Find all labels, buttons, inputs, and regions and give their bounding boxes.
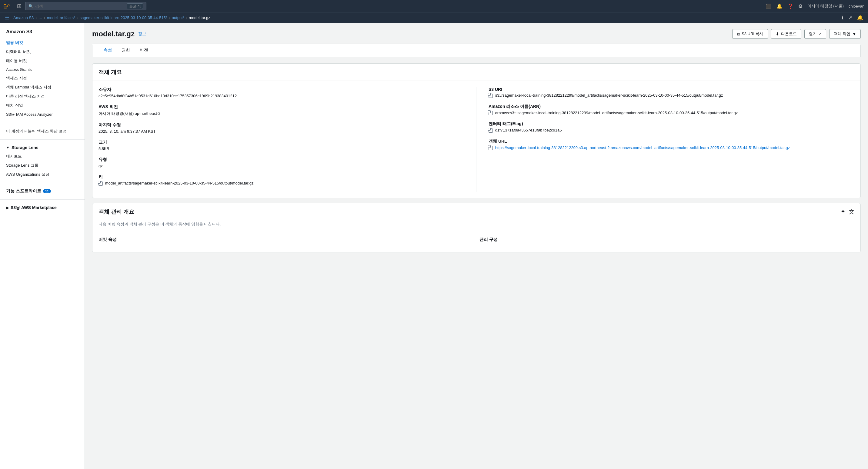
sidebar-storage-lens-groups[interactable]: Storage Lens 그룹 [0, 161, 85, 170]
sidebar-marketplace-header[interactable]: ▶ S3용 AWS Marketplace [0, 203, 85, 212]
object-management-title: 객체 관리 개요 [98, 208, 134, 215]
bucket-properties-section: 버킷 속성 [98, 237, 473, 246]
management-config-section: 관리 구성 [479, 237, 855, 246]
key-value: model_artifacts/sagemaker-scikit-learn-2… [98, 181, 464, 186]
sidebar-divider-4 [0, 199, 85, 200]
sidebar-marketplace-label: S3용 AWS Marketplace [10, 205, 57, 211]
page-header-actions: ⧉ S3 URI 복사 ⬇ 다운로드 열기 ↗ 객체 작업 ▼ [732, 29, 861, 39]
external-open-icon: ↗ [818, 32, 822, 36]
tab-permissions[interactable]: 권한 [117, 44, 135, 57]
search-bar[interactable]: 🔍 [옵션+S] [25, 2, 146, 10]
help-icon[interactable]: ❓ [787, 3, 794, 9]
sidebar-item-table-bucket[interactable]: 테이블 버킷 [0, 56, 85, 65]
open-button[interactable]: 열기 ↗ [804, 29, 826, 39]
region-label: AWS 리전 [98, 104, 464, 110]
sidebar-item-access-grants[interactable]: Access Grants [0, 65, 85, 74]
grid-menu-icon[interactable]: ⊞ [17, 3, 22, 9]
sidebar-item-lambda-access[interactable]: 객체 Lambda 액세스 지점 [0, 83, 85, 92]
expand-icon[interactable]: ✦ [841, 208, 845, 215]
copy-icon: ⧉ [737, 32, 740, 37]
sidebar-toggle-icon[interactable]: ☰ [5, 15, 9, 21]
last-modified-value: 2025. 3. 10. am 9:37:37 AM KST [98, 129, 464, 134]
search-shortcut: [옵션+S] [127, 3, 143, 9]
arn-field: Amazon 리소스 이름(ARN) arn:aws:s3:::sagemake… [489, 104, 855, 116]
object-url-label: 객체 URL [489, 139, 855, 144]
tab-properties[interactable]: 속성 [98, 44, 117, 57]
tabs: 속성 권한 버전 [92, 44, 861, 57]
sidebar-aws-org-settings[interactable]: AWS Organizations 설정 [0, 170, 85, 179]
etag-label: 엔터티 태그(Etag) [489, 121, 855, 127]
type-value: gz [98, 164, 464, 168]
overview-right: S3 URI s3://sagemaker-local-training-381… [476, 87, 855, 192]
breadcrumb-model-artifacts[interactable]: model_artifacts/ [47, 15, 75, 20]
object-overview-header: 객체 개요 [92, 64, 861, 81]
s3-uri-field: S3 URI s3://sagemaker-local-training-381… [489, 87, 855, 98]
overview-grid: 소유자 c2c5e954dbd8f34b51e9531d610bd10d310c… [98, 87, 855, 192]
object-management-end-icons: ✦ 文 [841, 208, 855, 215]
translate-icon[interactable]: 文 [849, 208, 855, 215]
etag-value: d1f71371af0a43657e13f9b7be2c91a5 [489, 128, 855, 133]
arn-value: arn:aws:s3:::sagemaker-local-training-38… [489, 111, 855, 116]
notifications-icon[interactable]: 🔔 [857, 15, 863, 21]
object-url-value: https://sagemaker-local-training-3812822… [489, 146, 855, 150]
breadcrumb-amazon-s3[interactable]: Amazon S3 [13, 15, 34, 20]
search-input[interactable] [35, 4, 127, 8]
breadcrumb-sagemaker[interactable]: sagemaker-scikit-learn-2025-03-10-00-35-… [80, 15, 167, 20]
settings-icon[interactable]: ⚙ [798, 3, 803, 9]
feature-spotlight-label: 기능 스포트라이트 [6, 188, 41, 194]
size-value: 5.8KB [98, 146, 464, 151]
sidebar-item-general-bucket[interactable]: 범용 버킷 [0, 38, 85, 47]
s3-uri-label: S3 URI [489, 87, 855, 92]
region-value: 아시아 태평양(서울) ap-northeast-2 [98, 111, 464, 116]
management-config-title: 관리 구성 [479, 237, 855, 242]
download-icon: ⬇ [776, 32, 779, 36]
feature-spotlight-badge: 11 [43, 189, 51, 193]
sidebar-dashboard[interactable]: 대시보드 [0, 152, 85, 161]
sidebar-feature-spotlight[interactable]: 기능 스포트라이트 11 [0, 187, 85, 196]
download-button[interactable]: ⬇ 다운로드 [771, 29, 801, 39]
breadcrumb-output[interactable]: output/ [172, 15, 184, 20]
user-menu[interactable]: chloevan [848, 4, 864, 8]
sidebar-divider-2 [0, 139, 85, 140]
bell-icon[interactable]: 🔔 [776, 3, 782, 9]
object-overview-card: 객체 개요 소유자 c2c5e954dbd8f34b51e9531d610bd1… [92, 63, 861, 198]
etag-field: 엔터티 태그(Etag) d1f71371af0a43657e13f9b7be2… [489, 121, 855, 133]
object-management-subtitle: 다음 버킷 속성과 객체 관리 구성은 이 객체의 동작에 영향을 미칩니다. [92, 221, 861, 232]
page-info-link[interactable]: 정보 [138, 31, 146, 37]
sidebar-storage-lens-header[interactable]: ▼ Storage Lens [0, 143, 85, 152]
owner-label: 소유자 [98, 87, 464, 92]
region-selector[interactable]: 아시아 태평양 (서울) [807, 3, 844, 9]
copy-s3-uri-button[interactable]: ⧉ S3 URI 복사 [732, 29, 768, 39]
sidebar-item-access-points[interactable]: 액세스 지점 [0, 74, 85, 83]
sidebar-title: Amazon S3 [0, 28, 85, 38]
sidebar-item-directory-bucket[interactable]: 디렉터리 버킷 [0, 47, 85, 56]
svg-text:aws: aws [4, 7, 7, 8]
external-link-icon[interactable]: ⤢ [848, 15, 852, 21]
object-actions-button[interactable]: 객체 작업 ▼ [829, 29, 861, 39]
owner-field: 소유자 c2c5e954dbd8f34b51e9531d610bd10d310c… [98, 87, 464, 98]
sidebar-item-multi-region[interactable]: 다중 리전 액세스 지점 [0, 92, 85, 101]
page-title: model.tar.gz [92, 30, 134, 38]
object-url-copy-icon[interactable] [489, 146, 493, 150]
sidebar-public-access[interactable]: 이 계정의 퍼블릭 액세스 차단 설정 [0, 127, 85, 136]
top-navigation: aws ⊞ 🔍 [옵션+S] ⬛ 🔔 ❓ ⚙ 아시아 태평양 (서울) chlo… [0, 0, 868, 12]
aws-logo[interactable]: aws [4, 3, 13, 10]
dropdown-arrow-icon: ▼ [852, 32, 856, 36]
key-label: 키 [98, 174, 464, 180]
s3-uri-copy-icon[interactable] [489, 94, 493, 98]
info-circle-icon[interactable]: ℹ [842, 15, 843, 21]
key-copy-icon[interactable] [98, 182, 103, 186]
object-url-link[interactable]: https://sagemaker-local-training-3812822… [495, 146, 790, 150]
etag-copy-icon[interactable] [489, 128, 493, 133]
size-field: 크기 5.8KB [98, 140, 464, 151]
arn-copy-icon[interactable] [489, 111, 493, 115]
object-management-header[interactable]: 객체 관리 개요 ✦ 文 [92, 203, 861, 220]
breadcrumb-ellipsis[interactable]: ... [39, 15, 42, 20]
sidebar: Amazon S3 범용 버킷 디렉터리 버킷 테이블 버킷 Access Gr… [0, 23, 85, 469]
breadcrumb-current: model.tar.gz [189, 15, 210, 20]
tab-versions[interactable]: 버전 [135, 44, 153, 57]
sidebar-item-iam-analyzer[interactable]: S3용 IAM Access Analyzer [0, 110, 85, 119]
region-field: AWS 리전 아시아 태평양(서울) ap-northeast-2 [98, 104, 464, 116]
sidebar-item-batch-jobs[interactable]: 배치 작업 [0, 101, 85, 110]
screen-icon[interactable]: ⬛ [766, 3, 772, 9]
